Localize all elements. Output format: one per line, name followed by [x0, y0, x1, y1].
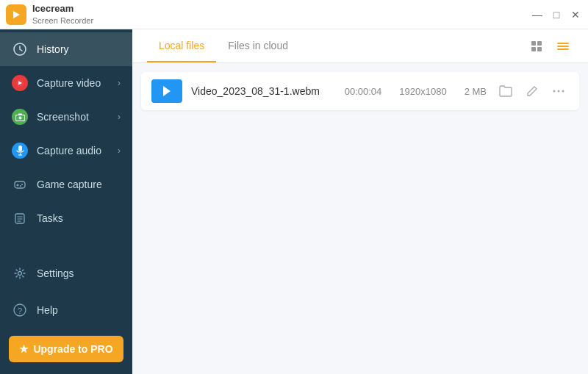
sidebar-item-settings-label: Settings [37, 267, 112, 279]
sidebar-item-tasks[interactable]: Tasks [0, 201, 132, 235]
sidebar-item-capture-audio-label: Capture audio [37, 145, 109, 157]
clock-icon [12, 41, 28, 57]
sidebar-item-help-label: Help [37, 304, 112, 316]
title-bar: Icecream Screen Recorder — □ ✕ [0, 0, 588, 29]
content-area: Local files Files in cloud [132, 29, 588, 374]
sidebar-item-capture-video[interactable]: Capture video › [0, 66, 132, 100]
content-header: Local files Files in cloud [132, 29, 588, 63]
chevron-right-icon: › [118, 78, 121, 88]
sidebar-item-game-capture[interactable]: Game capture [0, 168, 132, 201]
grid-view-button[interactable] [526, 36, 547, 57]
gear-icon [12, 265, 28, 281]
file-resolution: 1920x1080 [399, 86, 446, 97]
sidebar-item-game-capture-label: Game capture [37, 179, 121, 190]
file-duration: 00:00:04 [345, 86, 382, 97]
sidebar-item-settings[interactable]: Settings [9, 256, 123, 290]
table-row: Video_2023_08_31-1.webm 00:00:04 1920x10… [141, 72, 579, 110]
maximize-button[interactable]: □ [550, 8, 563, 21]
window-controls: — □ ✕ [531, 8, 582, 21]
svg-point-31 [553, 90, 556, 93]
sidebar-item-capture-video-label: Capture video [37, 77, 109, 89]
svg-rect-7 [18, 113, 22, 115]
view-controls [526, 36, 573, 57]
app-branding: Icecream Screen Recorder [6, 3, 93, 26]
chevron-right-icon: › [118, 112, 121, 122]
sidebar-item-screenshot-label: Screenshot [37, 111, 109, 123]
sidebar-nav: History Capture video › [0, 29, 132, 256]
svg-text:?: ? [18, 306, 22, 315]
svg-rect-24 [537, 41, 542, 46]
sidebar-item-history[interactable]: History [0, 32, 132, 66]
file-list: Video_2023_08_31-1.webm 00:00:04 1920x10… [132, 63, 588, 374]
help-icon: ? [12, 302, 28, 318]
more-options-button[interactable] [548, 81, 569, 101]
tasks-icon [12, 210, 28, 226]
file-meta: 00:00:04 1920x1080 2 MB [345, 86, 487, 97]
svg-point-20 [18, 272, 22, 276]
upgrade-button[interactable]: ★ Upgrade to PRO [9, 336, 123, 362]
svg-marker-30 [163, 86, 171, 96]
tab-bar: Local files Files in cloud [147, 29, 300, 62]
app-logo [6, 4, 26, 25]
file-thumbnail [151, 79, 182, 103]
open-folder-button[interactable] [495, 81, 516, 101]
svg-point-6 [18, 116, 21, 119]
svg-point-32 [558, 90, 560, 93]
chevron-right-icon: › [118, 145, 121, 156]
gamepad-icon [12, 176, 28, 193]
tab-files-in-cloud[interactable]: Files in cloud [216, 29, 300, 62]
svg-rect-26 [537, 47, 542, 51]
sidebar-item-help[interactable]: ? Help [9, 293, 123, 327]
file-size: 2 MB [465, 86, 487, 97]
list-view-button[interactable] [553, 36, 573, 57]
video-icon [12, 75, 28, 91]
svg-rect-25 [531, 47, 536, 51]
svg-point-33 [562, 90, 564, 93]
close-button[interactable]: ✕ [569, 8, 582, 21]
svg-rect-23 [531, 41, 536, 46]
svg-rect-11 [15, 181, 25, 188]
file-actions [495, 81, 569, 101]
sidebar-item-history-label: History [37, 43, 121, 55]
svg-point-15 [20, 185, 21, 187]
star-icon: ★ [19, 343, 29, 355]
svg-point-14 [21, 184, 23, 185]
sidebar-item-capture-audio[interactable]: Capture audio › [0, 134, 132, 168]
camera-icon [12, 109, 28, 125]
app-name: Icecream Screen Recorder [32, 3, 93, 26]
sidebar-item-tasks-label: Tasks [37, 212, 121, 224]
tab-local-files[interactable]: Local files [147, 29, 216, 62]
sidebar-bottom: Settings ? Help ★ Upgrade to PRO [0, 256, 132, 362]
file-name: Video_2023_08_31-1.webm [191, 85, 336, 97]
sidebar-item-screenshot[interactable]: Screenshot › [0, 100, 132, 134]
sidebar: History Capture video › [0, 29, 132, 374]
minimize-button[interactable]: — [531, 8, 544, 21]
svg-rect-8 [18, 145, 22, 151]
mic-icon [12, 143, 28, 159]
main-layout: History Capture video › [0, 29, 588, 374]
edit-button[interactable] [522, 81, 542, 101]
